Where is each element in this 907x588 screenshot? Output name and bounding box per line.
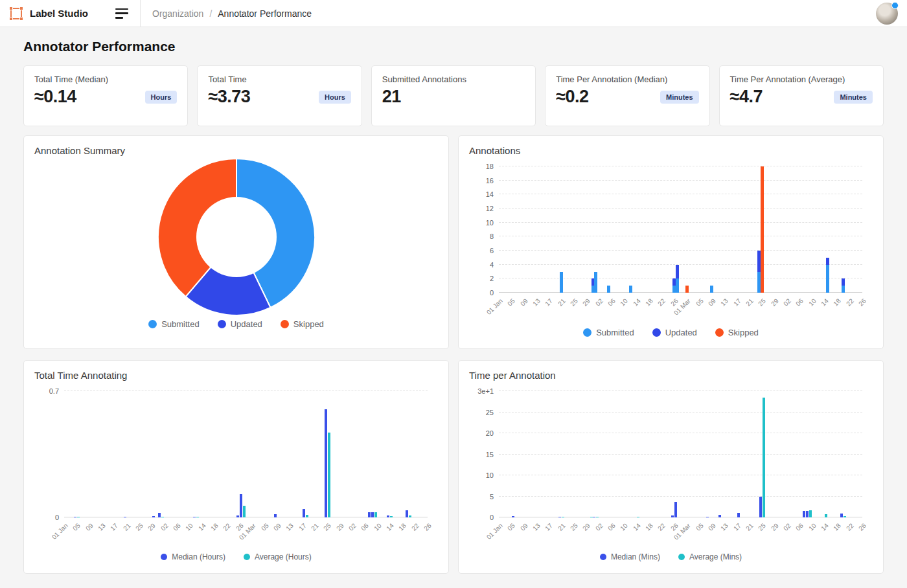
annotation-summary-card: Annotation Summary Submitted Updated Ski… [23,135,449,349]
x-tick-label: 09 [707,522,717,532]
x-tick-label: 02 [782,297,792,308]
breadcrumb-separator: / [209,8,212,19]
plot-area[interactable]: 00.7 [64,391,428,517]
app-brand[interactable]: Label Studio [0,6,97,21]
app-name: Label Studio [30,8,88,19]
x-tick-label: 06 [606,522,617,532]
donut-chart[interactable] [34,156,438,318]
chart-title: Annotation Summary [34,145,438,156]
legend-item-average-hours[interactable]: Average (Hours) [244,552,312,561]
bar-average[interactable] [809,510,812,517]
legend-item-updated[interactable]: Updated [218,319,262,329]
average-dot-icon [678,554,685,560]
bar-median[interactable] [406,510,408,517]
y-tick-label: 14 [470,190,494,198]
x-tick-label: 29 [770,522,780,532]
gridline [499,475,862,475]
x-tick-label: 14 [197,522,207,532]
bar-submitted[interactable] [629,286,632,293]
x-tick-label: 09 [519,522,529,532]
bar-submitted[interactable] [607,286,610,293]
x-tick-label: 13 [531,522,542,532]
legend-label: Average (Hours) [255,552,312,561]
bar-submitted[interactable] [842,286,845,293]
y-tick-label: 10 [470,219,494,227]
legend-label: Skipped [728,328,759,337]
legend-item-submitted[interactable]: Submitted [583,328,634,337]
stat-cards-row: Total Time (Median) ≈0.14 Hours Total Ti… [23,65,884,126]
gridline [499,222,862,223]
x-tick-label: 26 [422,522,433,532]
x-tick-label: 22 [845,522,855,532]
x-tick-label: 29 [770,297,780,308]
legend-item-average-mins[interactable]: Average (Mins) [678,552,742,561]
bar-average[interactable] [328,433,330,517]
legend-label: Updated [231,319,262,329]
gridline [499,496,862,497]
bar-median[interactable] [806,511,809,517]
bar-average[interactable] [243,506,246,517]
user-menu[interactable] [876,3,898,25]
bar-median[interactable] [759,497,762,518]
bar-median[interactable] [803,511,805,517]
skipped-dot-icon [281,320,289,328]
x-tick-label: 06 [360,522,370,532]
y-tick-label: 15 [470,451,494,458]
bar-median[interactable] [240,494,242,517]
bar-skipped[interactable] [685,286,689,293]
bar-average[interactable] [374,512,377,517]
bar-median[interactable] [158,513,161,517]
y-tick-label: 25 [470,409,494,416]
bar-submitted[interactable] [676,278,679,293]
bar-median[interactable] [368,512,371,517]
y-tick-label: 0.7 [36,387,59,395]
x-tick-label: 14 [385,522,395,532]
stat-card-time-per-annotation-median: Time Per Annotation (Median) ≈0.2 Minute… [545,65,709,126]
y-tick-label: 16 [470,177,494,185]
x-tick-label: 13 [531,297,542,308]
x-tick-label: 02 [594,522,604,532]
plot-area[interactable]: 024681012141618 [499,166,862,293]
bar-median[interactable] [325,409,327,517]
x-tick-label: 06 [794,522,805,532]
label-studio-logo-icon [9,6,23,21]
x-tick-label: 14 [820,522,830,532]
x-tick-label: 06 [794,297,805,308]
bar-updated[interactable] [826,258,829,265]
x-tick-label: 09 [519,297,529,308]
hamburger-menu-icon[interactable] [115,8,130,19]
bar-median[interactable] [303,509,305,517]
charts-grid: Annotation Summary Submitted Updated Ski… [23,135,884,574]
stat-value: 21 [382,87,401,107]
bar-skipped[interactable] [761,166,764,293]
bar-submitted[interactable] [710,286,713,293]
y-tick-label: 0 [36,514,59,521]
stat-label: Time Per Annotation (Average) [730,74,873,84]
bar-median[interactable] [737,513,740,517]
legend-item-median-mins[interactable]: Median (Mins) [600,552,660,561]
x-tick-label: 17 [544,297,555,308]
breadcrumb-organization[interactable]: Organization [152,8,203,19]
legend-item-skipped[interactable]: Skipped [715,328,759,337]
unit-badge: Hours [319,91,351,104]
bar-updated[interactable] [842,278,845,286]
stat-value: ≈4.7 [730,87,763,107]
bar-average[interactable] [763,398,765,517]
legend-item-updated[interactable]: Updated [652,328,697,337]
plot-area[interactable]: 05101520253e+1 [499,391,862,517]
legend-label: Submitted [596,328,634,337]
legend-item-skipped[interactable]: Skipped [281,319,324,329]
x-tick-label: 17 [544,522,555,532]
bar-submitted[interactable] [594,272,597,293]
bar-median[interactable] [674,502,677,517]
legend-item-submitted[interactable]: Submitted [148,319,200,329]
x-tick-label: 25 [322,522,332,532]
bar-median[interactable] [371,512,374,517]
x-tick-label: 29 [147,522,157,532]
bar-submitted[interactable] [826,265,829,293]
legend-item-median-hours[interactable]: Median (Hours) [161,552,225,561]
bar-updated[interactable] [676,265,679,279]
x-tick-label: 06 [172,522,182,532]
bar-submitted[interactable] [560,272,563,293]
y-tick-label: 12 [470,205,494,212]
